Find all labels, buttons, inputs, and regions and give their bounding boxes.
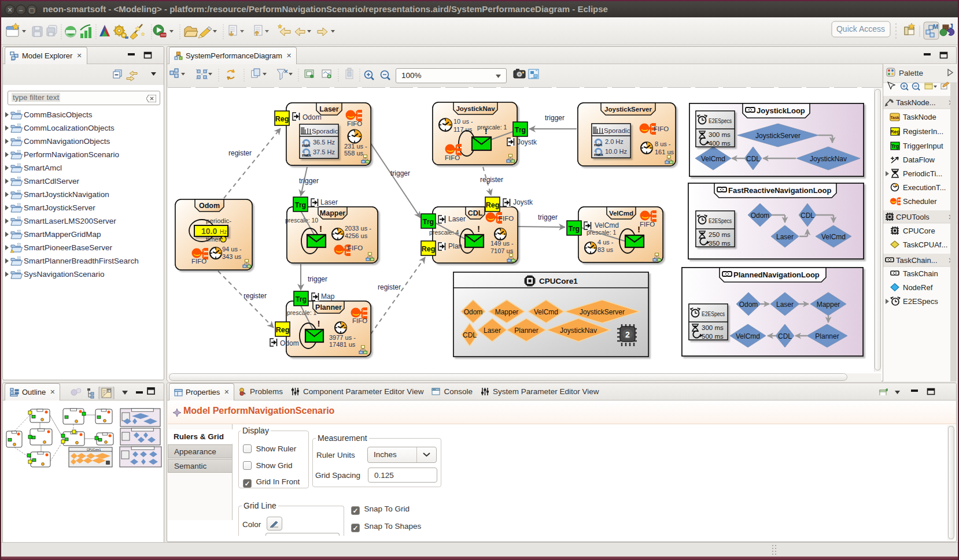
svg-text:register: register bbox=[378, 283, 401, 291]
svg-text:3977 us -: 3977 us - bbox=[329, 334, 356, 341]
svg-text:Mapper: Mapper bbox=[320, 209, 346, 217]
svg-text:!: ! bbox=[485, 126, 488, 136]
svg-text:Laser: Laser bbox=[319, 105, 338, 113]
svg-text:FIFO: FIFO bbox=[654, 125, 669, 132]
svg-text:min: min bbox=[302, 143, 310, 148]
svg-text:10.0 Hz: 10.0 Hz bbox=[605, 148, 627, 155]
svg-text:FIFO: FIFO bbox=[499, 215, 514, 222]
svg-text:558 us: 558 us bbox=[344, 150, 364, 157]
svg-text:350 ms: 350 ms bbox=[709, 240, 731, 247]
svg-text:min: min bbox=[594, 142, 602, 147]
svg-text:343 us: 343 us bbox=[222, 253, 242, 260]
svg-text:VelCmd: VelCmd bbox=[701, 155, 725, 163]
svg-text:CDL: CDL bbox=[746, 155, 760, 163]
svg-text:CPUTools: CPUTools bbox=[896, 213, 930, 221]
svg-text:timer: timer bbox=[206, 236, 221, 243]
svg-text:36.5 Hz: 36.5 Hz bbox=[313, 139, 335, 146]
svg-text:Trg: Trg bbox=[569, 225, 580, 233]
svg-text:trigger: trigger bbox=[545, 114, 565, 122]
svg-text:Plan: Plan bbox=[448, 242, 462, 250]
svg-text:CDL: CDL bbox=[463, 331, 477, 339]
svg-text:FIFO: FIFO bbox=[191, 258, 206, 265]
svg-text:E2ESpecs: E2ESpecs bbox=[709, 117, 732, 125]
svg-text:161 us: 161 us bbox=[655, 149, 674, 155]
svg-text:Reg: Reg bbox=[422, 245, 436, 253]
svg-text:Laser: Laser bbox=[776, 301, 794, 309]
svg-text:trigger: trigger bbox=[308, 275, 327, 283]
svg-text:Trg: Trg bbox=[891, 143, 899, 149]
svg-text:Odom: Odom bbox=[464, 308, 483, 316]
svg-text:231 us -: 231 us - bbox=[344, 143, 367, 150]
svg-text:TaskChain: TaskChain bbox=[903, 269, 938, 278]
svg-text:Trg: Trg bbox=[295, 201, 306, 209]
svg-text:ExecutionT...: ExecutionT... bbox=[903, 183, 946, 192]
svg-text:Palette: Palette bbox=[899, 69, 923, 77]
svg-text:JoystickLoop: JoystickLoop bbox=[757, 106, 805, 115]
svg-text:Laser: Laser bbox=[320, 198, 338, 206]
svg-text:prescale: 10: prescale: 10 bbox=[285, 217, 318, 224]
svg-text:JoystickServer: JoystickServer bbox=[755, 132, 801, 140]
svg-text:Reg: Reg bbox=[486, 201, 500, 209]
svg-text:JoystickNav: JoystickNav bbox=[810, 155, 847, 163]
svg-text:37.5 Hz: 37.5 Hz bbox=[313, 149, 335, 155]
svg-text:!: ! bbox=[319, 224, 322, 233]
svg-text:300 ms: 300 ms bbox=[709, 131, 731, 138]
svg-text:Mapper: Mapper bbox=[495, 308, 519, 316]
svg-text:JoystickNav: JoystickNav bbox=[560, 327, 597, 335]
svg-text:E2ESpecs: E2ESpecs bbox=[702, 310, 725, 318]
svg-text:TaskChain...: TaskChain... bbox=[896, 256, 938, 265]
svg-text:Hz: Hz bbox=[220, 229, 227, 235]
svg-text:E2ESpecs: E2ESpecs bbox=[709, 217, 732, 225]
svg-text:10.0: 10.0 bbox=[201, 227, 217, 236]
svg-text:8 us -: 8 us - bbox=[655, 140, 671, 147]
svg-text:FIFO: FIFO bbox=[348, 244, 363, 251]
svg-text:CPUCore1: CPUCore1 bbox=[539, 277, 578, 285]
svg-text:17481 us: 17481 us bbox=[329, 341, 356, 348]
svg-text:2033 us -: 2033 us - bbox=[345, 225, 371, 232]
svg-text:Odom: Odom bbox=[303, 113, 322, 121]
svg-text:CDL: CDL bbox=[468, 209, 483, 217]
svg-text:PlannedNavigationLoop: PlannedNavigationLoop bbox=[733, 270, 820, 279]
svg-text:149 us -: 149 us - bbox=[490, 240, 514, 247]
svg-text:500 ms: 500 ms bbox=[702, 333, 724, 340]
svg-text:FIFO: FIFO bbox=[445, 154, 460, 161]
svg-text:Map: Map bbox=[321, 292, 335, 301]
svg-text:trigger: trigger bbox=[538, 213, 558, 221]
svg-text:TaskNode: TaskNode bbox=[903, 113, 936, 121]
svg-text:10 us -: 10 us - bbox=[453, 118, 473, 125]
svg-text:Planner: Planner bbox=[815, 332, 839, 340]
svg-text:Odom: Odom bbox=[739, 301, 758, 309]
svg-text:CPUCore1: CPUCore1 bbox=[87, 448, 101, 451]
svg-text:register: register bbox=[480, 176, 503, 184]
svg-text:Odom: Odom bbox=[199, 202, 220, 210]
svg-text:VelCmd: VelCmd bbox=[609, 210, 633, 217]
svg-text:Sporadic: Sporadic bbox=[312, 128, 338, 135]
svg-text:NodeRef: NodeRef bbox=[903, 283, 933, 292]
svg-text:!: ! bbox=[477, 224, 480, 233]
svg-text:Reg: Reg bbox=[275, 115, 289, 123]
svg-text:JoystickNav: JoystickNav bbox=[456, 105, 495, 112]
svg-text:CDL: CDL bbox=[778, 332, 792, 340]
svg-text:trigger: trigger bbox=[390, 169, 410, 177]
svg-text:Mapper: Mapper bbox=[817, 301, 840, 309]
svg-text:JoystickServer: JoystickServer bbox=[604, 106, 652, 113]
svg-text:M: M bbox=[933, 23, 938, 30]
svg-text:VelCmd: VelCmd bbox=[736, 332, 760, 340]
svg-text:400 ms: 400 ms bbox=[709, 140, 731, 147]
svg-text:FIFO: FIFO bbox=[347, 120, 362, 127]
svg-text:TaskCPUAf...: TaskCPUAf... bbox=[903, 240, 947, 249]
svg-text:Scheduler: Scheduler bbox=[903, 197, 937, 206]
svg-text:CDL: CDL bbox=[801, 212, 814, 220]
svg-text:Reg: Reg bbox=[276, 326, 290, 334]
svg-text:Laser: Laser bbox=[448, 215, 466, 223]
svg-text:register: register bbox=[244, 292, 267, 300]
svg-text:prescale: 1: prescale: 1 bbox=[477, 124, 507, 131]
svg-text:Trg: Trg bbox=[515, 126, 526, 134]
svg-text:83 us: 83 us bbox=[597, 246, 613, 253]
svg-text:FIFO: FIFO bbox=[640, 221, 655, 228]
svg-text:4 us -: 4 us - bbox=[597, 239, 614, 246]
svg-text:JoystickServer: JoystickServer bbox=[580, 308, 625, 316]
svg-text:Trg: Trg bbox=[296, 295, 307, 303]
svg-text:Laser: Laser bbox=[484, 327, 501, 335]
svg-text:VelCmd: VelCmd bbox=[595, 221, 619, 229]
